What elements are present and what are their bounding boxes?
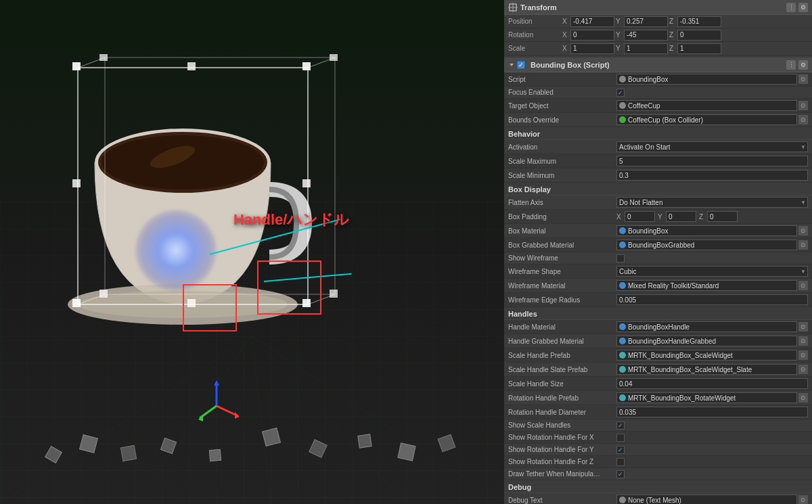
rot-z-input[interactable]: [677, 30, 721, 41]
bounding-box-title: Bounding Box (Script): [531, 61, 786, 69]
transform-settings-icon[interactable]: ⚙: [798, 3, 808, 12]
bb-menu-icon[interactable]: ⋮: [786, 60, 796, 70]
wireframe-shape-select[interactable]: Cubic Cylindrical: [616, 266, 808, 277]
red-handle-1[interactable]: [183, 284, 237, 331]
svg-rect-41: [80, 435, 98, 453]
shsp-link-btn[interactable]: ⊙: [798, 365, 808, 374]
pos-x-input[interactable]: [570, 16, 614, 27]
bounding-box-enable-checkbox[interactable]: ✓: [517, 61, 525, 69]
bounds-override-ref[interactable]: CoffeeCup (Box Collider): [616, 114, 797, 125]
wf-mat-link-btn[interactable]: ⊙: [798, 281, 808, 290]
scale-y-input[interactable]: [624, 43, 668, 54]
show-rotation-x-checkbox[interactable]: [616, 434, 625, 442]
box-mat-link-btn[interactable]: ⊙: [798, 226, 808, 235]
debug-text-value: None (Text Mesh): [628, 497, 681, 504]
flatten-axis-label: Flatten Axis: [508, 199, 616, 206]
scattered-cubes: [27, 342, 487, 477]
scale-y-label: Y: [616, 45, 623, 52]
rot-x-input[interactable]: [570, 30, 614, 41]
script-row: Script BoundingBox ⊙: [504, 72, 812, 87]
behavior-section-title: Behavior: [504, 127, 812, 140]
script-ref[interactable]: BoundingBox: [616, 74, 797, 85]
scale-x-input[interactable]: [570, 43, 614, 54]
box-display-section-title: Box Display: [504, 183, 812, 196]
target-link-btn[interactable]: ⊙: [798, 101, 808, 110]
svg-rect-28: [330, 54, 338, 61]
show-scale-handles-checkbox[interactable]: [616, 421, 625, 430]
svg-rect-49: [45, 446, 62, 463]
rotation-handle-diameter-input[interactable]: [616, 407, 808, 417]
script-value: BoundingBox: [628, 76, 669, 83]
rot-y-label: Y: [616, 31, 623, 39]
scale-max-input[interactable]: [616, 156, 808, 166]
rot-x-label: X: [562, 31, 569, 39]
transform-menu-icon[interactable]: ⋮: [786, 3, 796, 12]
red-handle-2[interactable]: [257, 260, 321, 315]
position-label: Position: [508, 18, 562, 25]
show-wireframe-checkbox[interactable]: [616, 254, 625, 262]
pos-y-input[interactable]: [624, 16, 668, 27]
scale-z-input[interactable]: [677, 43, 721, 54]
draw-tether-checkbox[interactable]: [616, 470, 625, 478]
handle-material-label: Handle Material: [508, 323, 616, 331]
svg-rect-24: [302, 62, 311, 70]
box-grabbed-material-ref[interactable]: BoundingBoxGrabbed: [616, 239, 797, 250]
collapse-arrow[interactable]: [508, 62, 515, 68]
pad-z-input[interactable]: [707, 211, 738, 222]
focus-enabled-checkbox[interactable]: [616, 89, 625, 97]
scale-handle-size-row: Scale Handle Size: [504, 377, 812, 391]
wireframe-edge-radius-label: Wireframe Edge Radius: [508, 296, 616, 304]
script-label: Script: [508, 76, 616, 83]
svg-rect-23: [72, 62, 81, 70]
wireframe-material-ref[interactable]: Mixed Reality Toolkit/Standard: [616, 280, 797, 291]
scale-handle-slate-prefab-value: MRTK_BoundingBox_ScaleWidget_Slate: [628, 366, 752, 373]
rotation-handle-diameter-label: Rotation Handle Diameter: [508, 409, 616, 416]
scale-handle-slate-prefab-ref[interactable]: MRTK_BoundingBox_ScaleWidget_Slate: [616, 364, 797, 375]
pad-x-input[interactable]: [625, 211, 655, 222]
show-rotation-z-checkbox[interactable]: [616, 458, 625, 466]
svg-rect-31: [187, 62, 196, 70]
debug-text-label: Debug Text: [508, 497, 616, 504]
script-link-btn[interactable]: ⊙: [798, 74, 808, 84]
handle-material-ref[interactable]: BoundingBoxHandle: [616, 321, 797, 332]
bounds-override-row: Bounds Override CoffeeCup (Box Collider)…: [504, 113, 812, 127]
activation-label: Activation: [508, 143, 616, 151]
handle-grabbed-material-row: Handle Grabbed Material BoundingBoxHandl…: [504, 334, 812, 348]
activation-select[interactable]: Activate On Start Activate On Pointer Ne…: [616, 141, 808, 152]
scale-handle-prefab-row: Scale Handle Prefab MRTK_BoundingBox_Sca…: [504, 348, 812, 363]
wireframe-edge-radius-input[interactable]: [616, 294, 808, 305]
debug-text-ref[interactable]: None (Text Mesh): [616, 495, 797, 504]
debug-link-btn[interactable]: ⊙: [798, 495, 808, 504]
scale-min-input[interactable]: [616, 170, 808, 181]
scale-min-label: Scale Minimum: [508, 172, 616, 179]
target-icon: [619, 102, 626, 109]
bounds-link-btn[interactable]: ⊙: [798, 115, 808, 124]
bb-settings-icon[interactable]: ⚙: [798, 60, 808, 70]
rot-y-input[interactable]: [624, 30, 668, 41]
show-rotation-y-checkbox[interactable]: [616, 446, 625, 454]
rotation-handle-prefab-ref[interactable]: MRTK_BoundingBox_RotateWidget: [616, 392, 797, 403]
handle-grabbed-material-ref[interactable]: BoundingBoxHandleGrabbed: [616, 336, 797, 346]
pad-x-lbl: X: [616, 213, 623, 221]
debug-text-row: Debug Text None (Text Mesh) ⊙: [504, 493, 812, 504]
scale-handle-size-input[interactable]: [616, 378, 808, 389]
transform-header: Transform ⋮ ⚙: [504, 0, 812, 15]
box-material-ref[interactable]: BoundingBox: [616, 225, 797, 236]
rhp-link-btn[interactable]: ⊙: [798, 393, 808, 403]
pad-y-input[interactable]: [666, 211, 696, 222]
target-object-ref[interactable]: CoffeeCup: [616, 100, 797, 111]
pos-z-input[interactable]: [677, 16, 721, 27]
hnd-mat-link-btn[interactable]: ⊙: [798, 322, 808, 331]
rotation-handle-prefab-row: Rotation Handle Prefab MRTK_BoundingBox_…: [504, 391, 812, 405]
handles-section-title: Handles: [504, 307, 812, 320]
svg-rect-48: [438, 434, 455, 452]
viewport: Handle/ハンドル: [0, 0, 504, 504]
box-material-label: Box Material: [508, 227, 616, 235]
scale-handle-prefab-ref[interactable]: MRTK_BoundingBox_ScaleWidget: [616, 350, 797, 361]
show-wireframe-label: Show Wireframe: [508, 254, 616, 262]
scale-handle-size-label: Scale Handle Size: [508, 380, 616, 388]
box-grabbed-mat-link-btn[interactable]: ⊙: [798, 240, 808, 250]
hnd-grabbed-mat-link-btn[interactable]: ⊙: [798, 336, 808, 346]
flatten-axis-select[interactable]: Do Not Flatten Flatten X Flatten Y Flatt…: [616, 197, 808, 208]
shp-link-btn[interactable]: ⊙: [798, 350, 808, 360]
